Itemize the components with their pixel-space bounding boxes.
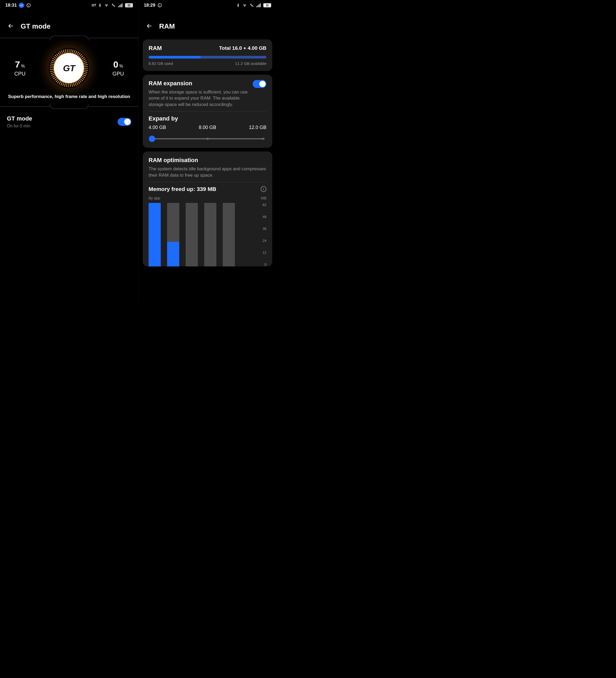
- wifi-icon: [242, 3, 247, 7]
- gpu-value: 0: [113, 59, 118, 69]
- ram-available: 11.2 GB available: [235, 61, 266, 66]
- y-tick: 48: [263, 215, 266, 219]
- expand-option-1: 8.00 GB: [199, 125, 216, 130]
- battery-icon: 32: [125, 3, 133, 7]
- svg-rect-3: [120, 4, 121, 7]
- performance-dial-row: 7% CPU GT 0% GPU: [0, 40, 138, 91]
- memory-chart: 62483624120: [149, 203, 266, 266]
- expand-by-title: Expand by: [149, 115, 266, 122]
- status-bar: 18:31 GT GT 32: [0, 0, 138, 9]
- battery-icon: 32: [263, 3, 271, 7]
- chart-ylabel: MB: [261, 196, 266, 200]
- expand-option-2: 12.0 GB: [249, 125, 266, 130]
- chart-bar: [186, 203, 198, 266]
- signal-icon: [118, 3, 123, 7]
- app-bar: GT mode: [0, 9, 138, 36]
- ram-expansion-desc: When the storage space is sufficient, yo…: [149, 89, 248, 108]
- gt-mode-row-subtitle: On for 0 min: [7, 124, 32, 128]
- chart-bar: [223, 203, 235, 266]
- ram-expansion-card: RAM expansion When the storage space is …: [143, 75, 272, 148]
- ram-total: Total 16.0 + 4.00 GB: [219, 45, 266, 51]
- wifi-icon: [104, 3, 109, 7]
- gpu-pct: %: [119, 64, 123, 68]
- gt-dial[interactable]: GT: [49, 48, 89, 88]
- vowifi-icon: [111, 3, 116, 7]
- bluetooth-icon: [98, 3, 102, 8]
- gpu-label: GPU: [113, 71, 124, 77]
- bluetooth-icon: [236, 3, 240, 8]
- ram-optimisation-desc: The system detects idle background apps …: [149, 166, 266, 178]
- gpu-metric: 0% GPU: [113, 59, 124, 77]
- svg-rect-7: [258, 5, 259, 7]
- gt-mode-toggle[interactable]: [118, 118, 131, 126]
- svg-rect-2: [119, 5, 120, 7]
- cpu-label: CPU: [14, 71, 26, 77]
- ram-label: RAM: [149, 45, 162, 52]
- memory-freed-title: Memory freed up: 339 MB: [149, 186, 216, 192]
- y-tick: 24: [263, 239, 266, 242]
- divider-bottom: [0, 104, 138, 109]
- svg-rect-8: [259, 4, 260, 7]
- y-tick: 36: [263, 227, 266, 231]
- svg-rect-4: [122, 3, 123, 7]
- expand-by-slider[interactable]: [149, 135, 266, 143]
- ram-usage-bar: [149, 56, 266, 59]
- svg-rect-9: [260, 3, 261, 7]
- chart-xlabel: By app: [149, 196, 160, 200]
- whatsapp-icon: [26, 3, 31, 8]
- chart-bar: [149, 203, 161, 266]
- ram-usage-card: RAM Total 16.0 + 4.00 GB 8.82 GB used 11…: [143, 39, 272, 71]
- clock: 18:29: [144, 3, 155, 8]
- back-button[interactable]: [7, 23, 15, 30]
- svg-point-0: [27, 3, 31, 7]
- whatsapp-icon: [157, 3, 162, 8]
- gt-tagline: Superb performance, high frame rate and …: [0, 91, 138, 104]
- back-button[interactable]: [145, 23, 153, 30]
- expand-option-0: 4.00 GB: [149, 125, 166, 130]
- ram-expansion-title: RAM expansion: [149, 80, 248, 87]
- cpu-metric: 7% CPU: [14, 59, 26, 77]
- status-right: GT 32: [92, 3, 133, 8]
- ram-expansion-toggle[interactable]: [253, 80, 266, 88]
- svg-rect-6: [256, 6, 257, 7]
- y-tick: 12: [263, 251, 266, 255]
- page-title: RAM: [159, 22, 175, 31]
- y-tick: 62: [263, 203, 266, 207]
- page-title: GT mode: [21, 22, 50, 31]
- gt-text-icon: GT: [92, 3, 96, 7]
- ram-used: 8.82 GB used: [149, 61, 173, 66]
- chart-bar: [204, 203, 216, 266]
- status-right: 32: [236, 3, 271, 8]
- clock: 18:31: [5, 3, 17, 8]
- cpu-pct: %: [21, 64, 25, 68]
- svg-rect-1: [118, 6, 119, 7]
- status-bar: 18:29 32: [139, 0, 276, 9]
- status-left: 18:29: [144, 3, 162, 8]
- screen-ram: 18:29 32 RAM RAM Total 16.0 + 4.00 GB 8.: [138, 0, 276, 299]
- app-bar: RAM: [139, 9, 276, 36]
- svg-point-5: [158, 3, 162, 7]
- signal-icon: [256, 3, 261, 7]
- divider-top: [0, 36, 138, 40]
- status-left: 18:31 GT: [5, 3, 31, 8]
- gt-mode-row[interactable]: GT mode On for 0 min: [0, 109, 138, 135]
- ram-optimisation-card: RAM optimisation The system detects idle…: [143, 151, 272, 266]
- gt-pill-icon: GT: [19, 3, 24, 8]
- cpu-value: 7: [15, 59, 20, 69]
- vowifi-icon: [249, 3, 254, 7]
- y-tick: 0: [263, 262, 266, 266]
- chart-bar: [167, 203, 179, 266]
- info-icon[interactable]: i: [261, 186, 266, 192]
- screen-gt-mode: 18:31 GT GT 32 GT mode 7% CPU GT: [0, 0, 138, 299]
- gt-dial-label: GT: [63, 63, 75, 73]
- gt-mode-row-title: GT mode: [7, 115, 32, 122]
- ram-optimisation-title: RAM optimisation: [149, 157, 266, 164]
